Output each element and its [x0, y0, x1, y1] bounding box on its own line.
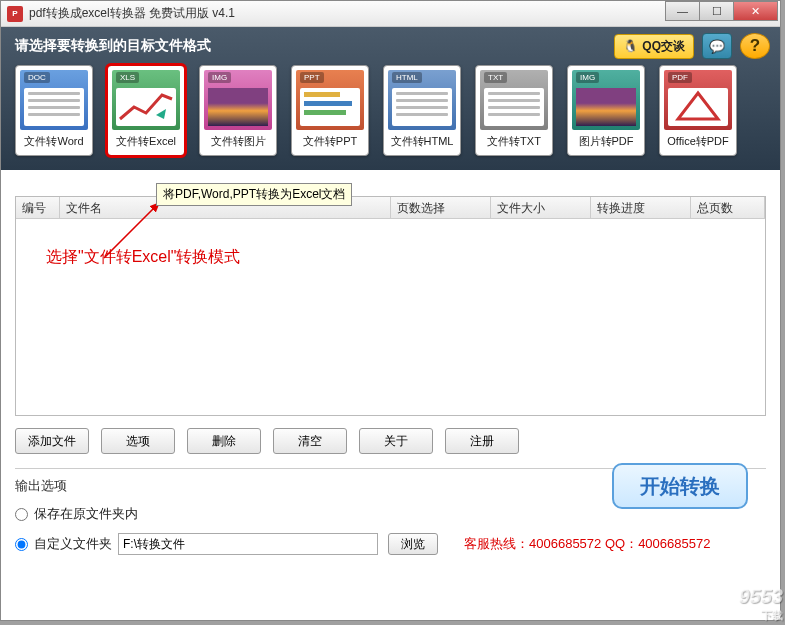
chat-button[interactable]: 💬	[702, 33, 732, 59]
format-card-文件转HTML[interactable]: HTML文件转HTML	[383, 65, 461, 156]
column-header[interactable]: 编号	[16, 197, 60, 218]
format-label: 文件转Excel	[112, 134, 180, 149]
content-area: 编号文件名页数选择文件大小转换进度总页数 选择"文件转Excel"转换模式 添加…	[1, 170, 780, 575]
header-bar: 请选择要转换到的目标文件格式 🐧 QQ交谈 💬 ? DOC文件转WordXLS文…	[1, 27, 780, 170]
format-card-图片转PDF[interactable]: IMG图片转PDF	[567, 65, 645, 156]
start-convert-button[interactable]: 开始转换	[612, 463, 748, 509]
format-row: DOC文件转WordXLS文件转ExcelIMG文件转图片PPT文件转PPTHT…	[15, 65, 766, 156]
delete-button[interactable]: 删除	[187, 428, 261, 454]
custom-folder-label: 自定义文件夹	[34, 535, 112, 553]
format-card-文件转图片[interactable]: IMG文件转图片	[199, 65, 277, 156]
column-header[interactable]: 页数选择	[391, 197, 491, 218]
maximize-button[interactable]: ☐	[699, 1, 734, 21]
app-window: P pdf转换成excel转换器 免费试用版 v4.1 — ☐ ✕ 请选择要转换…	[0, 0, 781, 621]
action-button-row: 添加文件 选项 删除 清空 关于 注册	[15, 428, 766, 454]
column-header[interactable]: 文件大小	[491, 197, 591, 218]
annotation-text: 选择"文件转Excel"转换模式	[46, 247, 240, 268]
chat-icon: 💬	[709, 39, 725, 54]
save-original-label: 保存在原文件夹内	[34, 505, 138, 523]
format-icon: IMG	[204, 70, 272, 130]
table-header: 编号文件名页数选择文件大小转换进度总页数	[16, 197, 765, 219]
format-card-文件转Excel[interactable]: XLS文件转Excel	[107, 65, 185, 156]
output-path-input[interactable]	[118, 533, 378, 555]
format-icon: DOC	[20, 70, 88, 130]
hotline-text: 客服热线：4006685572 QQ：4006685572	[464, 535, 710, 553]
format-card-文件转Word[interactable]: DOC文件转Word	[15, 65, 93, 156]
format-card-Office转PDF[interactable]: PDFOffice转PDF	[659, 65, 737, 156]
qq-chat-button[interactable]: 🐧 QQ交谈	[614, 34, 694, 59]
tooltip: 将PDF,Word,PPT转换为Excel文档	[156, 183, 352, 206]
browse-button[interactable]: 浏览	[388, 533, 438, 555]
custom-folder-radio[interactable]	[15, 538, 28, 551]
close-button[interactable]: ✕	[733, 1, 778, 21]
register-button[interactable]: 注册	[445, 428, 519, 454]
format-icon: PDF	[664, 70, 732, 130]
help-button[interactable]: ?	[740, 33, 770, 59]
format-icon: HTML	[388, 70, 456, 130]
watermark: 9553下载	[739, 585, 784, 623]
format-label: 图片转PDF	[572, 134, 640, 149]
format-card-文件转TXT[interactable]: TXT文件转TXT	[475, 65, 553, 156]
options-button[interactable]: 选项	[101, 428, 175, 454]
column-header[interactable]: 转换进度	[591, 197, 691, 218]
format-card-文件转PPT[interactable]: PPT文件转PPT	[291, 65, 369, 156]
app-icon: P	[7, 6, 23, 22]
output-section: 开始转换 输出选项 保存在原文件夹内 自定义文件夹 浏览 客服热线：400668…	[15, 468, 766, 555]
add-file-button[interactable]: 添加文件	[15, 428, 89, 454]
format-icon: IMG	[572, 70, 640, 130]
format-label: 文件转TXT	[480, 134, 548, 149]
format-label: Office转PDF	[664, 134, 732, 149]
file-table: 编号文件名页数选择文件大小转换进度总页数 选择"文件转Excel"转换模式	[15, 196, 766, 416]
format-label: 文件转Word	[20, 134, 88, 149]
window-title: pdf转换成excel转换器 免费试用版 v4.1	[29, 5, 235, 22]
format-label: 文件转图片	[204, 134, 272, 149]
save-original-radio[interactable]	[15, 508, 28, 521]
titlebar: P pdf转换成excel转换器 免费试用版 v4.1 — ☐ ✕	[1, 1, 780, 27]
help-icon: ?	[750, 36, 760, 56]
column-header[interactable]: 总页数	[691, 197, 765, 218]
about-button[interactable]: 关于	[359, 428, 433, 454]
window-controls: — ☐ ✕	[666, 1, 778, 21]
format-icon: TXT	[480, 70, 548, 130]
format-icon: PPT	[296, 70, 364, 130]
format-label: 文件转HTML	[388, 134, 456, 149]
format-label: 文件转PPT	[296, 134, 364, 149]
minimize-button[interactable]: —	[665, 1, 700, 21]
format-icon: XLS	[112, 70, 180, 130]
clear-button[interactable]: 清空	[273, 428, 347, 454]
penguin-icon: 🐧	[623, 39, 638, 53]
